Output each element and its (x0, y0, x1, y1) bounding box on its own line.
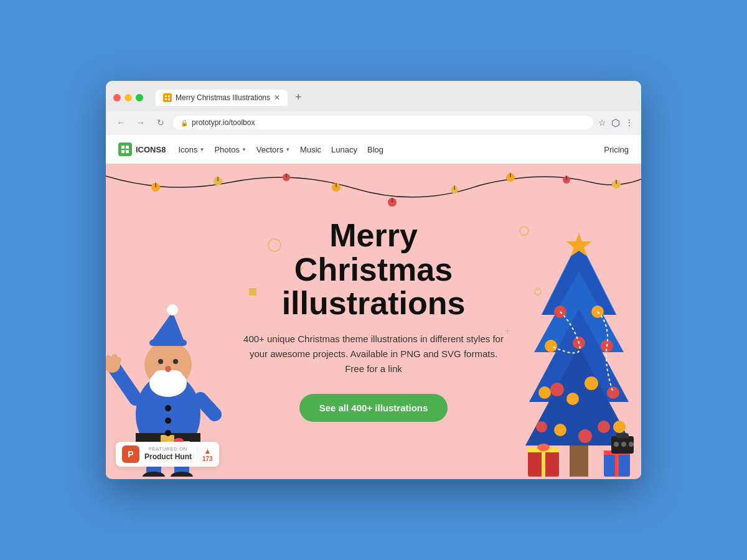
svg-point-48 (111, 354, 118, 360)
svg-rect-83 (528, 447, 559, 452)
svg-rect-91 (616, 433, 629, 438)
nav-link-lunacy[interactable]: Lunacy (331, 145, 357, 154)
svg-marker-62 (542, 240, 616, 315)
nav-blog-label: Blog (367, 145, 383, 154)
svg-point-9 (214, 177, 222, 185)
site-logo[interactable]: ICONS8 (118, 142, 166, 156)
nav-link-music[interactable]: Music (300, 145, 321, 154)
svg-point-72 (550, 383, 564, 396)
maximize-button[interactable] (136, 94, 143, 101)
svg-marker-65 (525, 346, 632, 446)
nav-links: Icons ▼ Photos ▼ Vectors ▼ Music Lunacy (178, 145, 591, 154)
refresh-button[interactable]: ↻ (153, 115, 168, 130)
svg-point-89 (611, 447, 622, 454)
svg-point-78 (554, 424, 566, 436)
svg-point-52 (165, 418, 171, 424)
deco-circle-2 (519, 226, 529, 236)
toolbar-icons: ☆ ⬡ ⋮ (598, 117, 634, 129)
svg-point-37 (154, 370, 169, 378)
svg-point-51 (165, 405, 171, 411)
svg-point-40 (173, 359, 178, 364)
svg-point-79 (578, 429, 592, 443)
cta-button[interactable]: See all 400+ illustrations (299, 394, 448, 422)
chevron-down-icon: ▼ (199, 147, 204, 152)
ph-featured-text: FEATURED ON (144, 446, 192, 452)
svg-point-38 (167, 370, 182, 378)
christmas-tree-illustration (517, 164, 641, 477)
nav-link-photos[interactable]: Photos ▼ (214, 145, 246, 154)
svg-line-50 (200, 399, 215, 414)
title-bar: Merry Christmas Illustrations ✕ + (106, 81, 641, 111)
svg-marker-64 (529, 309, 629, 402)
hero-subtitle: 400+ unique Christmas theme illustration… (243, 332, 504, 376)
tab-favicon-icon (163, 93, 172, 102)
svg-point-11 (332, 183, 341, 192)
browser-window: Merry Christmas Illustrations ✕ + ← → ↻ … (106, 81, 641, 479)
nav-vectors-label: Vectors (256, 145, 283, 154)
lock-icon: 🔒 (181, 119, 188, 126)
chevron-down-icon: ▼ (242, 147, 247, 152)
deco-circle-3 (534, 288, 542, 296)
svg-point-68 (591, 306, 604, 318)
back-button[interactable]: ← (113, 115, 128, 130)
svg-point-53 (165, 430, 171, 436)
active-tab[interactable]: Merry Christmas Illustrations ✕ (156, 90, 288, 106)
nav-link-vectors[interactable]: Vectors ▼ (256, 145, 290, 154)
nav-music-label: Music (300, 145, 321, 154)
svg-line-45 (112, 365, 136, 399)
svg-point-33 (171, 472, 193, 477)
tab-close-icon[interactable]: ✕ (274, 93, 280, 102)
tab-area: Merry Christmas Illustrations ✕ + (156, 88, 634, 106)
new-tab-button[interactable]: + (293, 88, 304, 106)
svg-marker-66 (566, 233, 591, 256)
svg-point-73 (585, 376, 598, 390)
forward-button[interactable]: → (133, 115, 148, 130)
svg-rect-42 (149, 340, 187, 346)
svg-point-74 (607, 386, 619, 399)
svg-point-70 (601, 340, 613, 352)
svg-rect-0 (165, 95, 167, 97)
svg-rect-90 (611, 436, 634, 454)
upvote-arrow-icon: ▲ (204, 447, 211, 455)
svg-rect-86 (604, 452, 630, 477)
ph-text: FEATURED ON Product Hunt (144, 446, 192, 462)
svg-point-39 (158, 359, 163, 364)
close-button[interactable] (113, 94, 121, 101)
svg-rect-61 (570, 446, 588, 477)
svg-point-76 (566, 393, 579, 405)
svg-point-15 (563, 176, 570, 184)
svg-point-81 (536, 421, 547, 432)
svg-point-41 (165, 366, 171, 372)
santa-illustration (106, 164, 230, 477)
deco-plus-2: + (505, 325, 510, 337)
svg-point-92 (614, 442, 619, 447)
svg-rect-7 (126, 150, 129, 153)
svg-marker-63 (534, 271, 624, 352)
svg-rect-6 (121, 150, 125, 153)
svg-point-77 (598, 421, 610, 433)
svg-point-49 (115, 357, 121, 363)
nav-link-blog[interactable]: Blog (367, 145, 383, 154)
bookmark-icon[interactable]: ☆ (598, 118, 606, 128)
hero-title: Merry Christmas illustrations (243, 218, 504, 320)
menu-icon[interactable]: ⋮ (625, 118, 634, 128)
product-hunt-badge[interactable]: P FEATURED ON Product Hunt ▲ 173 (116, 442, 219, 467)
extension-icon[interactable]: ⬡ (611, 117, 620, 129)
nav-link-icons[interactable]: Icons ▼ (178, 145, 204, 154)
product-hunt-logo: P (122, 446, 139, 463)
svg-point-35 (144, 341, 192, 388)
traffic-lights (113, 94, 143, 101)
svg-point-94 (629, 442, 634, 447)
nav-photos-label: Photos (214, 145, 239, 154)
svg-point-44 (167, 304, 178, 315)
minimize-button[interactable] (125, 94, 132, 101)
ph-name: Product Hunt (144, 452, 192, 462)
nav-pricing-link[interactable]: Pricing (604, 145, 629, 154)
svg-point-85 (537, 444, 550, 451)
hero-section: + + + (106, 164, 641, 477)
address-bar[interactable]: 🔒 prototypr.io/toolbox (173, 116, 593, 129)
url-text: prototypr.io/toolbox (192, 118, 255, 127)
svg-point-75 (538, 386, 551, 399)
svg-point-69 (545, 340, 557, 352)
svg-rect-3 (168, 98, 170, 100)
